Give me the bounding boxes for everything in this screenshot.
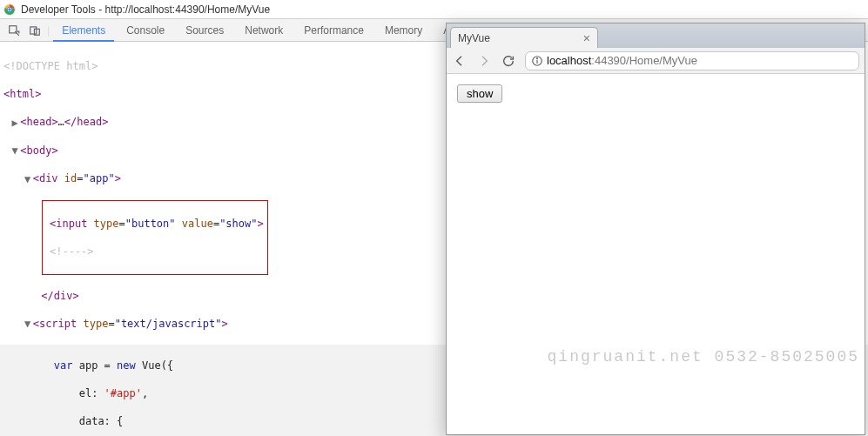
tab-performance[interactable]: Performance (295, 19, 373, 42)
reload-icon[interactable] (501, 53, 516, 69)
close-tab-icon[interactable]: × (583, 31, 590, 45)
tab-sources[interactable]: Sources (177, 19, 232, 42)
back-icon[interactable] (452, 53, 468, 69)
browser-tab[interactable]: MyVue × (450, 27, 598, 48)
svg-point-4 (8, 8, 11, 11)
svg-point-10 (537, 57, 538, 58)
tab-elements[interactable]: Elements (53, 19, 114, 42)
devtools-window-title: Developer Tools - http://localhost:44390… (21, 3, 270, 16)
tab-network[interactable]: Network (236, 19, 292, 42)
code-line[interactable]: <input type="button" value="show"> (46, 217, 264, 231)
info-icon[interactable] (531, 55, 543, 67)
devtools-titlebar: Developer Tools - http://localhost:44390… (0, 0, 868, 19)
browser-tabbar: MyVue × (447, 23, 865, 48)
address-url: localhost:44390/Home/MyVue (547, 54, 697, 67)
browser-window: MyVue × localhost:44390/Home/MyVue show (446, 23, 865, 435)
tab-memory[interactable]: Memory (376, 19, 431, 42)
browser-address-bar: localhost:44390/Home/MyVue (447, 48, 865, 74)
chrome-icon (3, 3, 16, 16)
code-line[interactable]: <!----> (46, 245, 264, 258)
browser-tab-title: MyVue (458, 32, 490, 44)
browser-viewport: show (447, 74, 865, 113)
tab-console[interactable]: Console (118, 19, 173, 42)
inspect-icon[interactable] (5, 22, 23, 39)
forward-icon[interactable] (476, 53, 492, 69)
svg-rect-6 (30, 26, 37, 33)
device-toggle-icon[interactable] (26, 22, 44, 39)
address-input[interactable]: localhost:44390/Home/MyVue (525, 51, 859, 70)
show-button[interactable]: show (457, 84, 502, 103)
